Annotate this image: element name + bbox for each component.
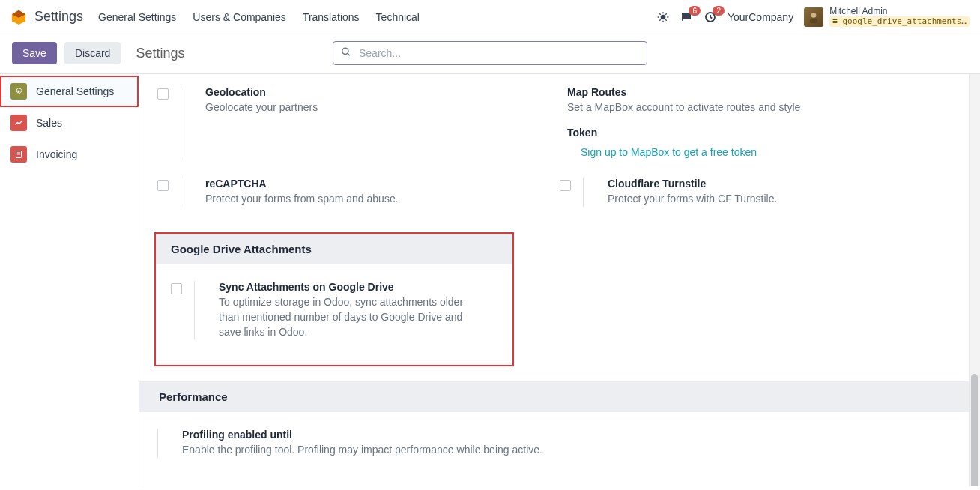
scrollbar-thumb[interactable] bbox=[971, 374, 978, 486]
separator bbox=[583, 178, 584, 206]
activity-badge: 2 bbox=[713, 6, 725, 16]
highlighted-gdrive-section: Google Drive Attachments Sync Attachment… bbox=[154, 232, 514, 367]
svg-point-2 bbox=[661, 14, 666, 19]
action-bar: Save Discard Settings bbox=[0, 34, 980, 73]
messages-badge: 6 bbox=[689, 6, 701, 16]
setting-profiling: Profiling enabled until Enable the profi… bbox=[157, 427, 640, 468]
user-tag: ≡ google_drive_attachments… bbox=[829, 16, 970, 27]
top-nav: Settings General Settings Users & Compan… bbox=[0, 0, 980, 34]
top-menu: General Settings Users & Companies Trans… bbox=[98, 11, 420, 23]
setting-map-routes: Map Routes Set a MapBox account to activ… bbox=[560, 85, 962, 169]
debug-icon[interactable] bbox=[657, 11, 669, 23]
mapbox-signup-link[interactable]: Sign up to MapBox to get a free token bbox=[581, 146, 757, 158]
save-button[interactable]: Save bbox=[12, 42, 57, 64]
separator bbox=[181, 178, 181, 206]
setting-turnstile: Cloudflare Turnstile Protect your forms … bbox=[560, 176, 962, 217]
menu-translations[interactable]: Translations bbox=[303, 11, 360, 23]
setting-title: Geolocation bbox=[205, 86, 537, 98]
separator bbox=[157, 429, 158, 457]
svg-line-7 bbox=[348, 53, 350, 55]
setting-title: Profiling enabled until bbox=[182, 429, 617, 441]
setting-desc: Protect your forms with CF Turnstile. bbox=[608, 191, 940, 206]
search-icon bbox=[341, 47, 351, 60]
content: General Settings Sales Invoicing Geolo bbox=[0, 74, 980, 486]
checkbox-geolocation[interactable] bbox=[157, 88, 169, 100]
user-menu[interactable]: Mitchell Admin ≡ google_drive_attachment… bbox=[829, 7, 970, 27]
menu-technical[interactable]: Technical bbox=[376, 11, 420, 23]
top-right: 6 2 YourCompany Mitchell Admin ≡ google_… bbox=[657, 7, 970, 27]
setting-gdrive-sync: Sync Attachments on Google Drive To opti… bbox=[171, 279, 497, 351]
main-panel: Geolocation Geolocate your partners Map … bbox=[139, 74, 980, 486]
sidebar-item-general-settings[interactable]: General Settings bbox=[0, 76, 139, 107]
checkbox-recaptcha[interactable] bbox=[157, 180, 169, 191]
sidebar-item-invoicing[interactable]: Invoicing bbox=[0, 139, 139, 170]
checkbox-gdrive-sync[interactable] bbox=[171, 283, 182, 294]
setting-desc: Set a MapBox account to activate routes … bbox=[567, 100, 940, 115]
setting-recaptcha: reCAPTCHA Protect your forms from spam a… bbox=[157, 176, 560, 217]
svg-point-8 bbox=[18, 91, 20, 93]
svg-rect-5 bbox=[810, 18, 817, 23]
user-name: Mitchell Admin bbox=[829, 7, 970, 16]
setting-title: Cloudflare Turnstile bbox=[608, 178, 940, 190]
sidebar-item-label: Sales bbox=[36, 117, 62, 129]
setting-desc: Geolocate your partners bbox=[205, 100, 537, 115]
setting-title: Sync Attachments on Google Drive bbox=[219, 281, 475, 293]
menu-users-companies[interactable]: Users & Companies bbox=[193, 11, 286, 23]
sidebar-item-label: General Settings bbox=[36, 85, 114, 97]
app-logo-icon[interactable] bbox=[10, 9, 27, 25]
section-header-gdrive: Google Drive Attachments bbox=[156, 234, 512, 264]
setting-geolocation: Geolocation Geolocate your partners bbox=[157, 85, 560, 169]
token-label: Token bbox=[567, 127, 940, 139]
search-input[interactable] bbox=[333, 41, 647, 65]
svg-point-4 bbox=[811, 13, 817, 18]
checkbox-turnstile[interactable] bbox=[560, 180, 571, 191]
setting-title: reCAPTCHA bbox=[205, 178, 537, 190]
section-header-performance: Performance bbox=[139, 381, 980, 412]
chart-icon bbox=[10, 115, 27, 131]
setting-desc: Protect your forms from spam and abuse. bbox=[205, 191, 537, 206]
sidebar-item-sales[interactable]: Sales bbox=[0, 107, 139, 139]
avatar[interactable] bbox=[804, 7, 823, 27]
menu-general-settings[interactable]: General Settings bbox=[98, 11, 176, 23]
activity-icon[interactable]: 2 bbox=[704, 10, 717, 24]
svg-point-6 bbox=[342, 48, 348, 54]
separator bbox=[194, 281, 195, 340]
discard-button[interactable]: Discard bbox=[64, 42, 121, 64]
setting-desc: To optimize storage in Odoo, sync attach… bbox=[219, 294, 475, 340]
setting-title: Map Routes bbox=[567, 86, 940, 98]
app-title[interactable]: Settings bbox=[34, 9, 83, 25]
separator bbox=[181, 86, 181, 158]
scrollbar-track[interactable] bbox=[969, 74, 980, 486]
document-icon bbox=[10, 146, 27, 163]
page-title: Settings bbox=[136, 46, 184, 61]
sidebar-item-label: Invoicing bbox=[36, 148, 77, 160]
company-selector[interactable]: YourCompany bbox=[728, 11, 793, 23]
gear-icon bbox=[10, 83, 27, 100]
setting-desc: Enable the profiling tool. Profiling may… bbox=[182, 442, 617, 457]
sidebar: General Settings Sales Invoicing bbox=[0, 74, 139, 486]
messages-icon[interactable]: 6 bbox=[680, 10, 693, 24]
